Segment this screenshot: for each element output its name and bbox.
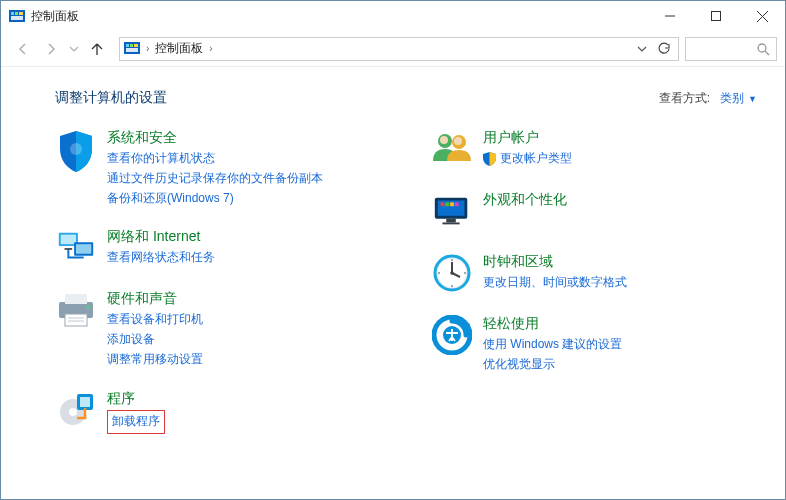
category-programs: 程序 卸载程序 <box>55 390 381 434</box>
view-by-dropdown[interactable]: 类别 ▼ <box>720 90 757 107</box>
svg-rect-13 <box>126 48 138 52</box>
category-link-uninstall[interactable]: 卸载程序 <box>112 414 160 428</box>
window-controls <box>647 1 785 31</box>
category-title[interactable]: 轻松使用 <box>483 315 622 333</box>
svg-rect-10 <box>126 44 129 47</box>
svg-rect-43 <box>442 222 459 224</box>
svg-point-16 <box>70 143 82 155</box>
svg-point-29 <box>69 408 77 416</box>
svg-rect-21 <box>65 248 73 250</box>
clock-icon <box>431 253 473 295</box>
breadcrumb-separator[interactable]: › <box>209 43 212 54</box>
category-link[interactable]: 调整常用移动设置 <box>107 350 203 370</box>
minimize-button[interactable] <box>647 1 693 31</box>
recent-dropdown[interactable] <box>67 37 81 61</box>
category-clock-region: 时钟和区域 更改日期、时间或数字格式 <box>431 253 757 295</box>
search-icon <box>756 42 770 56</box>
category-link[interactable]: 通过文件历史记录保存你的文件备份副本 <box>107 169 323 189</box>
address-history-dropdown[interactable] <box>632 44 652 54</box>
svg-point-48 <box>450 271 454 275</box>
svg-point-14 <box>758 44 766 52</box>
svg-rect-2 <box>15 12 18 15</box>
maximize-button[interactable] <box>693 1 739 31</box>
svg-rect-39 <box>445 202 449 206</box>
category-link[interactable]: 更改帐户类型 <box>500 149 572 169</box>
category-link[interactable]: 查看设备和打印机 <box>107 310 203 330</box>
close-button[interactable] <box>739 1 785 31</box>
content-area: 调整计算机的设置 查看方式: 类别 ▼ 系统和安全 查看你的计算机状态 通过文件… <box>1 67 785 454</box>
category-link[interactable]: 查看你的计算机状态 <box>107 149 323 169</box>
category-title[interactable]: 网络和 Internet <box>107 228 215 246</box>
back-button[interactable] <box>11 37 35 61</box>
svg-point-51 <box>451 285 453 287</box>
forward-button[interactable] <box>39 37 63 61</box>
svg-rect-12 <box>134 44 138 47</box>
svg-point-50 <box>464 272 466 274</box>
category-link[interactable]: 使用 Windows 建议的设置 <box>483 335 622 355</box>
svg-rect-23 <box>65 294 87 304</box>
programs-icon <box>55 390 97 432</box>
category-link[interactable]: 查看网络状态和任务 <box>107 248 215 268</box>
category-title[interactable]: 硬件和声音 <box>107 290 203 308</box>
address-bar-icon <box>124 42 140 56</box>
svg-point-34 <box>440 136 448 144</box>
window-title: 控制面板 <box>31 8 79 25</box>
users-icon <box>431 129 473 171</box>
category-network-internet: 网络和 Internet 查看网络状态和任务 <box>55 228 381 270</box>
app-icon <box>9 9 25 23</box>
svg-rect-42 <box>446 219 456 223</box>
category-link[interactable]: 更改日期、时间或数字格式 <box>483 273 627 293</box>
svg-rect-18 <box>61 235 76 245</box>
category-title[interactable]: 外观和个性化 <box>483 191 567 209</box>
category-system-security: 系统和安全 查看你的计算机状态 通过文件历史记录保存你的文件备份副本 备份和还原… <box>55 129 381 208</box>
svg-rect-38 <box>441 202 445 206</box>
up-button[interactable] <box>85 37 109 61</box>
display-icon <box>431 191 473 233</box>
svg-rect-31 <box>80 397 90 407</box>
category-user-accounts: 用户帐户 更改帐户类型 <box>431 129 757 171</box>
svg-rect-1 <box>11 12 14 15</box>
svg-point-25 <box>87 306 90 309</box>
search-input[interactable] <box>685 37 777 61</box>
svg-rect-4 <box>11 16 23 20</box>
shield-icon <box>55 129 97 171</box>
breadcrumb-separator[interactable]: › <box>146 43 149 54</box>
header-row: 调整计算机的设置 查看方式: 类别 ▼ <box>55 89 757 107</box>
uac-shield-icon <box>483 152 496 166</box>
category-title[interactable]: 时钟和区域 <box>483 253 627 271</box>
svg-line-15 <box>765 51 769 55</box>
chevron-down-icon: ▼ <box>748 94 757 104</box>
svg-rect-3 <box>19 12 23 15</box>
view-by-label: 查看方式: <box>659 90 710 107</box>
category-title[interactable]: 系统和安全 <box>107 129 323 147</box>
breadcrumb-root[interactable]: 控制面板 <box>151 40 207 57</box>
view-by-value: 类别 <box>720 90 744 107</box>
address-bar[interactable]: › 控制面板 › <box>119 37 679 61</box>
category-appearance: 外观和个性化 <box>431 191 757 233</box>
category-title[interactable]: 程序 <box>107 390 165 408</box>
category-column-right: 用户帐户 更改帐户类型 外观和个性化 <box>431 129 757 454</box>
category-ease-of-access: 轻松使用 使用 Windows 建议的设置 优化视觉显示 <box>431 315 757 375</box>
svg-rect-11 <box>130 44 133 47</box>
svg-rect-41 <box>455 202 459 206</box>
svg-rect-40 <box>450 202 454 206</box>
nav-bar: › 控制面板 › <box>1 31 785 67</box>
highlighted-link: 卸载程序 <box>107 410 165 434</box>
svg-point-35 <box>454 137 462 145</box>
svg-rect-20 <box>76 245 91 255</box>
category-title[interactable]: 用户帐户 <box>483 129 572 147</box>
refresh-button[interactable] <box>652 37 676 61</box>
svg-point-49 <box>451 259 453 261</box>
printer-icon <box>55 290 97 332</box>
svg-rect-6 <box>712 12 721 21</box>
category-column-left: 系统和安全 查看你的计算机状态 通过文件历史记录保存你的文件备份副本 备份和还原… <box>55 129 381 454</box>
category-link[interactable]: 添加设备 <box>107 330 203 350</box>
category-hardware-sound: 硬件和声音 查看设备和打印机 添加设备 调整常用移动设置 <box>55 290 381 369</box>
category-link[interactable]: 备份和还原(Windows 7) <box>107 189 323 209</box>
title-bar: 控制面板 <box>1 1 785 31</box>
category-link[interactable]: 优化视觉显示 <box>483 355 622 375</box>
svg-point-52 <box>438 272 440 274</box>
network-icon <box>55 228 97 270</box>
ease-of-access-icon <box>431 315 473 357</box>
page-title: 调整计算机的设置 <box>55 89 167 107</box>
